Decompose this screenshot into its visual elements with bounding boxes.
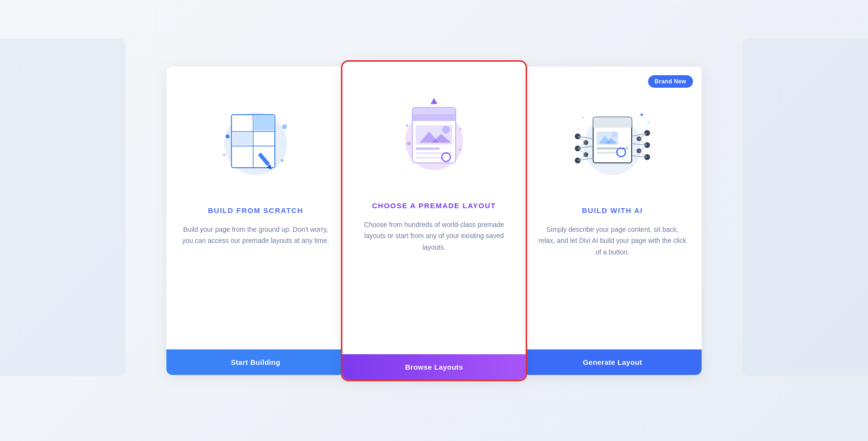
card-ai-footer: Generate Layout (523, 349, 702, 375)
svg-point-9 (226, 134, 230, 138)
svg-rect-23 (416, 157, 445, 159)
card-scratch-footer: Start Building (166, 349, 345, 375)
svg-rect-33 (593, 122, 632, 128)
generate-layout-button[interactable]: Generate Layout (523, 349, 702, 375)
start-building-button[interactable]: Start Building (166, 349, 345, 375)
svg-point-26 (407, 142, 411, 146)
cards-wrapper: BUILD FROM SCRATCH Build your page from … (166, 62, 702, 380)
card-scratch-title: BUILD FROM SCRATCH (208, 206, 303, 214)
premade-illustration (381, 81, 487, 187)
bg-panel-left (0, 39, 125, 376)
svg-point-27 (459, 128, 462, 131)
svg-marker-25 (431, 98, 437, 104)
svg-point-37 (611, 132, 617, 137)
svg-point-10 (281, 159, 284, 162)
card-premade-layout: CHOOSE A PREMADE LAYOUT Choose from hund… (342, 62, 526, 380)
svg-point-20 (442, 126, 450, 134)
card-premade-desc: Choose from hundreds of world-class prem… (357, 219, 511, 335)
card-premade-footer: Browse Layouts (342, 354, 526, 380)
card-build-with-ai: Brand New (523, 67, 702, 375)
card-build-from-scratch: BUILD FROM SCRATCH Build your page from … (166, 67, 345, 375)
brand-new-badge: Brand New (648, 75, 693, 88)
card-scratch-desc: Build your page from the ground up. Don'… (181, 224, 330, 330)
svg-rect-5 (232, 133, 252, 145)
page-container: BUILD FROM SCRATCH Build your page from … (0, 0, 868, 441)
svg-rect-11 (222, 152, 226, 156)
browse-layouts-button[interactable]: Browse Layouts (342, 354, 526, 380)
svg-point-12 (282, 124, 287, 129)
svg-rect-21 (416, 147, 440, 150)
svg-text:✦: ✦ (581, 115, 585, 120)
svg-rect-28 (406, 123, 409, 127)
card-ai-desc: Simply describe your page content, sit b… (538, 224, 687, 330)
card-ai-title: BUILD WITH AI (582, 206, 643, 214)
svg-rect-6 (254, 116, 274, 131)
scratch-illustration (203, 86, 309, 192)
svg-text:✦: ✦ (646, 120, 650, 125)
bg-panel-right (743, 39, 868, 376)
svg-text:✦: ✦ (639, 111, 645, 119)
ai-illustration: ✦ ✦ ✦ (559, 86, 665, 192)
svg-rect-16 (412, 114, 456, 121)
card-premade-title: CHOOSE A PREMADE LAYOUT (372, 201, 496, 210)
